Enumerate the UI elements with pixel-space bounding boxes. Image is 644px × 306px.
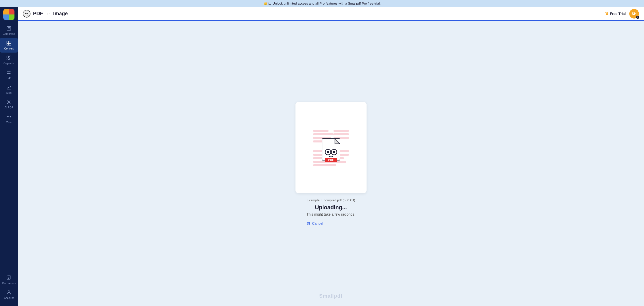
svg-rect-8 (7, 56, 8, 58)
svg-rect-5 (9, 41, 11, 43)
svg-rect-36 (313, 164, 336, 166)
app-logo[interactable] (3, 9, 14, 20)
svg-point-43 (333, 151, 335, 153)
sidebar-item-documents[interactable]: Documents (0, 272, 18, 287)
svg-rect-7 (9, 43, 11, 45)
banner-suffix: free trial. (367, 2, 381, 5)
sidebar-item-more[interactable]: More (0, 111, 18, 126)
cancel-label: Cancel (312, 221, 323, 226)
svg-point-17 (7, 117, 8, 117)
sidebar-label-more: More (6, 121, 12, 124)
crown-icon: 👑 (263, 2, 268, 5)
svg-point-16 (8, 101, 10, 103)
svg-rect-26 (313, 133, 334, 135)
sidebar-label-compress: Compress (3, 32, 15, 35)
upload-info: Example_Encrypted.pdf (550 kB) Uploading… (306, 198, 355, 226)
svg-point-18 (9, 117, 9, 117)
more-icon (6, 114, 12, 120)
back-icon (24, 11, 29, 16)
title-pdf: PDF (33, 11, 43, 16)
svg-rect-29 (334, 130, 349, 132)
promo-banner: 👑 🜲 Unlock unlimited access and all Pro … (0, 0, 644, 7)
crown-icon: ♛ (605, 11, 608, 16)
cancel-button[interactable]: Cancel (306, 221, 323, 226)
sidebar-bottom: Account (0, 287, 18, 304)
documents-icon (6, 275, 12, 281)
header-bar: PDF ↔ Image ♛ Free Trial SH ▾ (18, 7, 644, 21)
user-avatar[interactable]: SH ▾ (629, 9, 639, 19)
sidebar-label-documents: Documents (2, 282, 15, 285)
svg-point-19 (10, 117, 11, 117)
organize-icon (6, 55, 12, 61)
pdf-illustration: PDF (311, 125, 351, 170)
svg-rect-9 (9, 56, 11, 57)
sidebar-item-edit[interactable]: Edit (0, 67, 18, 82)
svg-rect-4 (7, 41, 9, 43)
title-arrow: ↔ (46, 11, 51, 16)
svg-rect-10 (9, 58, 11, 60)
svg-point-42 (327, 151, 329, 153)
sidebar-item-account[interactable]: Account (0, 287, 18, 302)
sidebar-item-ai-pdf[interactable]: AI PDF (0, 97, 18, 111)
sidebar-label-organize: Organize (4, 62, 14, 65)
sidebar-label-account: Account (4, 296, 14, 299)
sidebar-nav: Compress Convert O (0, 23, 18, 287)
svg-rect-30 (334, 133, 349, 135)
sidebar-label-convert: Convert (4, 47, 14, 50)
back-button[interactable] (23, 10, 30, 18)
sidebar-item-compress[interactable]: Compress (0, 23, 18, 38)
file-name-display: Example_Encrypted.pdf (550 kB) (306, 198, 355, 202)
svg-rect-6 (7, 43, 9, 45)
svg-rect-25 (313, 130, 328, 132)
svg-point-24 (8, 291, 10, 293)
free-trial-label: Free Trial (610, 12, 626, 16)
pdf-bg-svg: PDF (311, 125, 351, 170)
sign-icon (6, 85, 12, 90)
title-image: Image (53, 11, 68, 16)
edit-icon (6, 70, 12, 75)
avatar-chevron-icon: ▾ (636, 16, 639, 19)
banner-prefix: 🜲 Unlock unlimited access and all Pro fe… (268, 2, 348, 5)
free-trial-button[interactable]: ♛ Free Trial (605, 11, 626, 16)
sidebar: Compress Convert O (0, 7, 18, 306)
uploading-subtitle: This might take a few seconds. (306, 212, 355, 216)
avatar-initials: SH (632, 12, 636, 16)
sidebar-label-edit: Edit (7, 76, 11, 79)
sidebar-item-convert[interactable]: Convert (0, 38, 18, 53)
convert-icon (6, 40, 12, 46)
upload-center: PDF Example_Encrypted.pdf (550 kB) Uploa… (295, 102, 367, 226)
banner-brand: Smallpdf Pro (348, 2, 367, 5)
compress-icon (6, 26, 12, 31)
content-area: PDF Example_Encrypted.pdf (550 kB) Uploa… (18, 21, 644, 306)
svg-text:PDF: PDF (328, 158, 334, 162)
page-title: PDF ↔ Image (33, 11, 68, 17)
sidebar-label-ai-pdf: AI PDF (5, 106, 13, 109)
account-icon (6, 290, 12, 295)
uploading-title: Uploading... (306, 204, 355, 211)
svg-rect-11 (7, 59, 8, 60)
watermark: Smallpdf (319, 293, 342, 299)
ai-pdf-icon (6, 99, 12, 105)
svg-rect-0 (7, 27, 11, 30)
trash-icon (306, 221, 310, 226)
upload-card: PDF (295, 102, 367, 193)
sidebar-item-organize[interactable]: Organize (0, 53, 18, 67)
sidebar-item-sign[interactable]: Sign (0, 82, 18, 97)
sidebar-label-sign: Sign (6, 91, 11, 94)
